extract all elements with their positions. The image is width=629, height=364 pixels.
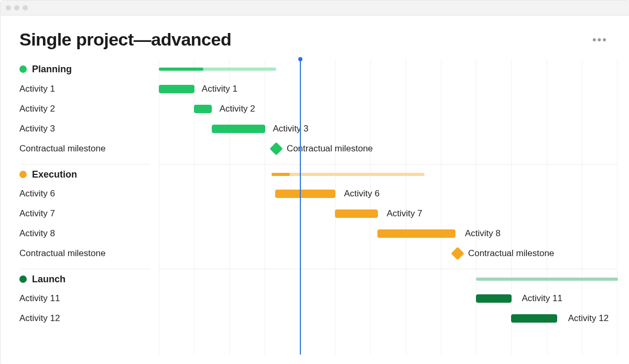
task-label: Activity 8	[19, 224, 150, 244]
group-header[interactable]: Execution	[19, 164, 150, 184]
page-header: Single project—advanced •••	[1, 16, 629, 55]
today-marker	[300, 59, 301, 355]
grid-line	[617, 59, 617, 355]
task-bar[interactable]	[377, 229, 456, 238]
group-header[interactable]: Planning	[19, 59, 150, 79]
task-bar[interactable]	[275, 190, 335, 198]
task-label: Contractual milestone	[19, 244, 150, 263]
group-progress-bar	[272, 173, 290, 176]
task-bar[interactable]	[159, 85, 194, 93]
task-bar[interactable]	[511, 314, 557, 323]
group-name: Execution	[32, 169, 77, 180]
group-name: Launch	[32, 274, 66, 285]
task-label: Activity 12	[19, 308, 150, 328]
window-dot-icon	[6, 5, 11, 10]
task-label: Activity 1	[19, 79, 150, 99]
task-bar-label: Activity 2	[220, 104, 255, 114]
group-color-dot-icon	[19, 171, 27, 178]
task-bar-label: Activity 8	[465, 228, 501, 239]
group-color-dot-icon	[19, 65, 27, 73]
task-bar[interactable]	[194, 105, 212, 113]
group-summary-bar[interactable]	[272, 173, 425, 176]
group-summary-bar[interactable]	[476, 278, 618, 281]
task-label: Activity 3	[19, 119, 150, 139]
task-bar-label: Activity 1	[202, 84, 237, 94]
task-label: Activity 2	[19, 99, 150, 119]
gantt-chart: PlanningActivity 1Activity 2Activity 3Co…	[3, 59, 627, 355]
milestone-label: Contractual milestone	[468, 248, 554, 259]
milestone-diamond-icon[interactable]	[269, 142, 283, 155]
page-title: Single project—advanced	[19, 29, 231, 50]
task-bar-label: Activity 11	[522, 293, 562, 304]
task-bar[interactable]	[335, 209, 377, 218]
task-label: Activity 11	[19, 289, 150, 308]
timeline-area[interactable]: Activity 1Activity 2Activity 3Contractua…	[159, 59, 617, 355]
task-bar-label: Activity 12	[568, 313, 609, 324]
window-controls	[6, 5, 28, 10]
task-bar-label: Activity 3	[273, 124, 309, 134]
today-marker-dot-icon	[298, 57, 302, 61]
app-window: Single project—advanced ••• PlanningActi…	[0, 0, 629, 364]
window-dot-icon	[14, 5, 19, 10]
task-bar-label: Activity 6	[344, 189, 379, 199]
task-bar-label: Activity 7	[387, 208, 422, 219]
task-bar[interactable]	[476, 294, 512, 303]
task-label: Activity 6	[19, 184, 150, 204]
task-label: Activity 7	[19, 204, 150, 224]
window-dot-icon	[23, 5, 28, 10]
group-name: Planning	[32, 64, 72, 75]
titlebar	[1, 1, 629, 16]
group-color-dot-icon	[19, 275, 27, 283]
task-bar[interactable]	[212, 125, 265, 133]
group-header[interactable]: Launch	[19, 269, 150, 289]
task-label: Contractual milestone	[19, 139, 150, 159]
milestone-diamond-icon[interactable]	[451, 247, 464, 260]
more-menu-button[interactable]: •••	[589, 30, 611, 50]
group-progress-bar	[159, 68, 203, 71]
